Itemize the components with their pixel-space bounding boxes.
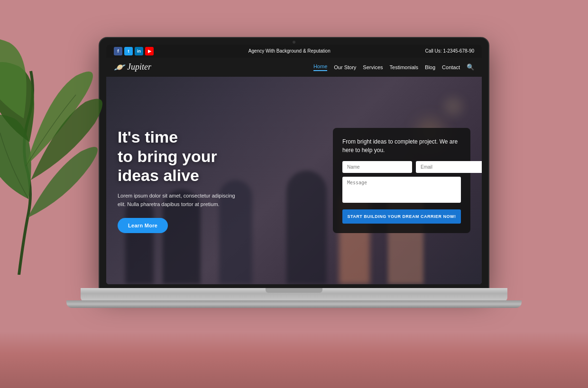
top-bar: f t in ▶ Agency With Background & Reputa… [106,45,482,58]
hero-title: It's timeto bring yourideas alive [118,127,298,185]
navigation: 🪐 Jupiter Home Our Story Services Testim… [106,58,482,77]
form-name-email-row [342,161,461,173]
facebook-icon[interactable]: f [114,47,122,55]
website: f t in ▶ Agency With Background & Reputa… [106,45,482,284]
email-input[interactable] [416,161,482,173]
nav-contact[interactable]: Contact [442,64,460,70]
laptop-screen-bezel: f t in ▶ Agency With Background & Reputa… [100,38,488,289]
name-input[interactable] [342,161,412,173]
laptop-bottom-edge [66,300,522,308]
logo[interactable]: 🪐 Jupiter [114,62,151,72]
social-links: f t in ▶ [114,47,154,55]
nav-services[interactable]: Services [363,64,383,70]
logo-text: Jupiter [127,62,151,72]
hero-section: It's timeto bring yourideas alive Lorem … [106,77,482,284]
laptop-base [81,288,507,301]
nav-links: Home Our Story Services Testimonials Blo… [313,63,474,71]
webcam [293,41,295,44]
youtube-icon[interactable]: ▶ [145,47,154,55]
phone-number: Call Us: 1-2345-678-90 [425,48,474,54]
submit-button[interactable]: START BUILDING YOUR DREAM CARRIER NOW! [342,209,461,224]
contact-card-title: From bright ideas to complete project. W… [342,137,461,154]
tagline: Agency With Background & Reputation [248,48,331,54]
message-textarea[interactable] [342,177,461,203]
hero-description: Lorem ipsum dolor sit amet, consectetur … [118,192,279,208]
nav-our-story[interactable]: Our Story [334,64,356,70]
twitter-icon[interactable]: t [124,47,133,55]
laptop: f t in ▶ Agency With Background & Reputa… [81,38,507,360]
nav-testimonials[interactable]: Testimonials [390,64,419,70]
contact-form-card: From bright ideas to complete project. W… [333,128,470,233]
search-icon[interactable]: 🔍 [467,63,474,71]
linkedin-icon[interactable]: in [135,47,143,55]
hero-content: It's timeto bring yourideas alive Lorem … [118,127,298,234]
nav-home[interactable]: Home [313,63,327,71]
screen: f t in ▶ Agency With Background & Reputa… [106,45,482,284]
learn-more-button[interactable]: Learn More [118,218,168,233]
table-surface [0,331,588,388]
nav-blog[interactable]: Blog [425,64,435,70]
logo-icon: 🪐 [114,62,124,72]
